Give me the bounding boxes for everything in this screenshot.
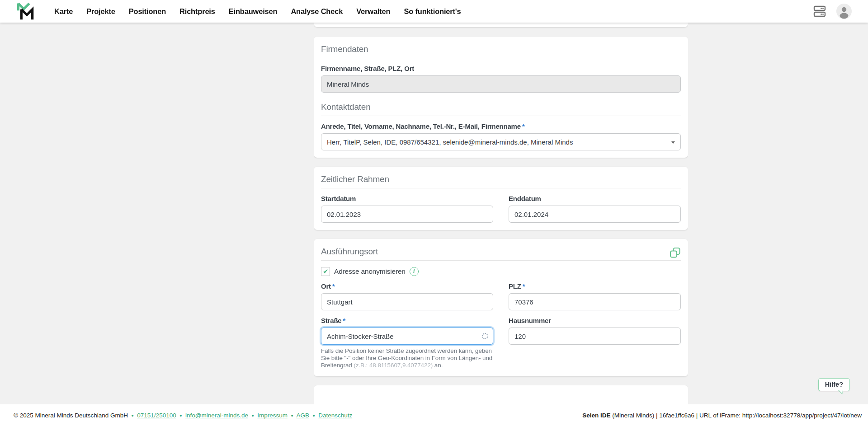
anonymize-checkbox[interactable] [321,267,330,276]
info-icon[interactable]: i [410,267,419,276]
company-field-label: Firmenname, Straße, PLZ, Ort [321,65,681,72]
agb-link[interactable]: AGB [297,412,310,419]
mineral-minds-logo-icon[interactable] [16,2,34,21]
status-details: (Mineral Minds) | 16fae1ffc6a6 | URL of … [610,412,862,419]
strasse-help-text: Falls die Position keiner Straße zugeord… [321,347,493,369]
nav-item-analyse-check[interactable]: Analyse Check [291,7,343,16]
footer-left: © 2025 Mineral Minds Deutschland GmbH • … [14,412,352,419]
hausnummer-label: Hausnummer [509,317,681,324]
copy-icon[interactable] [670,247,681,258]
nav-item-einbauweisen[interactable]: Einbauweisen [229,7,278,16]
next-card-partial [314,385,688,404]
form-scroll-area: Firmendaten Firmenname, Straße, PLZ, Ort… [314,23,688,404]
enddatum-label: Enddatum [509,195,681,202]
hausnummer-input[interactable] [509,328,681,345]
footer: © 2025 Mineral Minds Deutschland GmbH • … [0,404,868,426]
required-asterisk: * [523,282,525,290]
firmendaten-title: Firmendaten [321,44,681,54]
previous-card-partial [314,23,688,27]
ort-input[interactable] [321,293,493,310]
kontaktdaten-title: Kontaktdaten [321,102,681,112]
ide-name: Selen IDE [582,412,610,419]
required-asterisk: * [522,122,525,130]
nav-item-richtpreis[interactable]: Richtpreis [179,7,215,16]
contact-field-label: Anrede, Titel, Vorname, Nachname, Tel.-N… [321,122,681,130]
plz-input[interactable] [509,293,681,310]
startdatum-label: Startdatum [321,195,493,202]
footer-status: Selen IDE (Mineral Minds) | 16fae1ffc6a6… [582,412,862,419]
anonymize-label: Adresse anonymisieren [334,267,406,276]
nav-item-positionen[interactable]: Positionen [129,7,166,16]
startdatum-input[interactable] [321,206,493,223]
chevron-down-icon [671,141,675,144]
datenschutz-link[interactable]: Datenschutz [318,412,352,419]
required-asterisk: * [332,282,335,290]
zeitlicher-rahmen-title: Zeitlicher Rahmen [321,174,681,184]
ort-label: Ort* [321,282,493,290]
help-button[interactable]: Hilfe? [818,378,850,391]
ausfuehrungsort-card: Ausführungsort Adresse anonymisieren i O… [314,239,688,376]
nav-item-so-funktionierts[interactable]: So funktioniert's [404,7,461,16]
strasse-input[interactable] [321,328,493,345]
main-menu: Karte Projekte Positionen Richtpreis Ein… [54,7,461,16]
navbar-right-icons [813,4,852,19]
contact-select[interactable]: Herr, TitelP, Selen, IDE, 0987/654321, s… [321,133,681,150]
ausfuehrungsort-title: Ausführungsort [321,246,378,257]
server-dns-icon[interactable] [813,5,826,18]
nav-item-verwalten[interactable]: Verwalten [356,7,390,16]
nav-item-karte[interactable]: Karte [54,7,73,16]
strasse-label: Straße* [321,317,493,324]
impressum-link[interactable]: Impressum [257,412,288,419]
enddatum-input[interactable] [509,206,681,223]
plz-label: PLZ* [509,282,681,290]
email-link[interactable]: info@mineral-minds.de [185,412,248,419]
firmendaten-card: Firmendaten Firmenname, Straße, PLZ, Ort… [314,37,688,158]
copyright-text: © 2025 Mineral Minds Deutschland GmbH [14,412,128,419]
top-navbar: Karte Projekte Positionen Richtpreis Ein… [0,0,868,23]
company-input[interactable] [321,75,681,93]
bubble-tail [838,390,843,394]
loading-spinner-icon [482,333,488,339]
nav-item-projekte[interactable]: Projekte [86,7,115,16]
contact-select-value: Herr, TitelP, Selen, IDE, 0987/654321, s… [327,138,573,146]
zeitlicher-rahmen-card: Zeitlicher Rahmen Startdatum Enddatum [314,167,688,230]
required-asterisk: * [343,317,346,324]
phone-link[interactable]: 07151/250100 [137,412,176,419]
user-avatar-icon[interactable] [836,4,852,19]
